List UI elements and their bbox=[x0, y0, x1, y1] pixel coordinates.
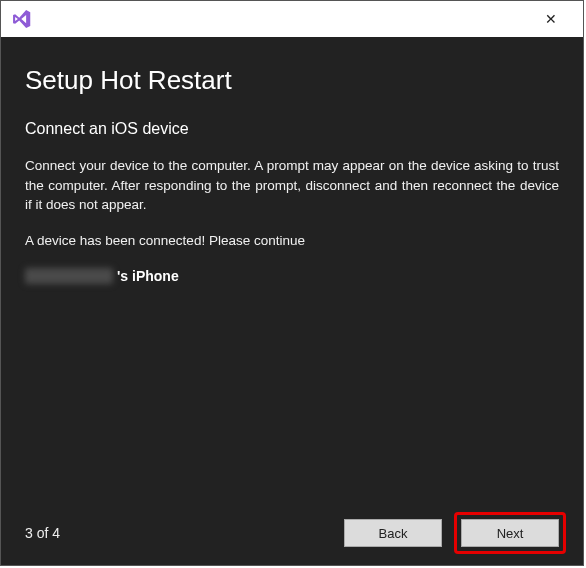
visual-studio-icon bbox=[11, 8, 33, 30]
instruction-text: Connect your device to the computer. A p… bbox=[25, 156, 559, 215]
back-button[interactable]: Back bbox=[344, 519, 442, 547]
title-bar: ✕ bbox=[1, 1, 583, 37]
button-row: Back Next bbox=[344, 519, 559, 547]
device-label-suffix: 's iPhone bbox=[117, 268, 179, 284]
status-text: A device has been connected! Please cont… bbox=[25, 233, 559, 248]
close-icon: ✕ bbox=[545, 11, 557, 27]
wizard-title: Setup Hot Restart bbox=[25, 65, 559, 96]
wizard-content: Setup Hot Restart Connect an iOS device … bbox=[1, 37, 583, 565]
next-button-highlight: Next bbox=[454, 512, 566, 554]
wizard-subtitle: Connect an iOS device bbox=[25, 120, 559, 138]
connected-device: 's iPhone bbox=[25, 268, 559, 284]
wizard-footer: 3 of 4 Back Next bbox=[25, 507, 559, 547]
next-button[interactable]: Next bbox=[461, 519, 559, 547]
close-button[interactable]: ✕ bbox=[531, 3, 571, 35]
device-owner-name-redacted bbox=[25, 268, 113, 284]
page-indicator: 3 of 4 bbox=[25, 525, 60, 541]
dialog-window: ✕ Setup Hot Restart Connect an iOS devic… bbox=[0, 0, 584, 566]
